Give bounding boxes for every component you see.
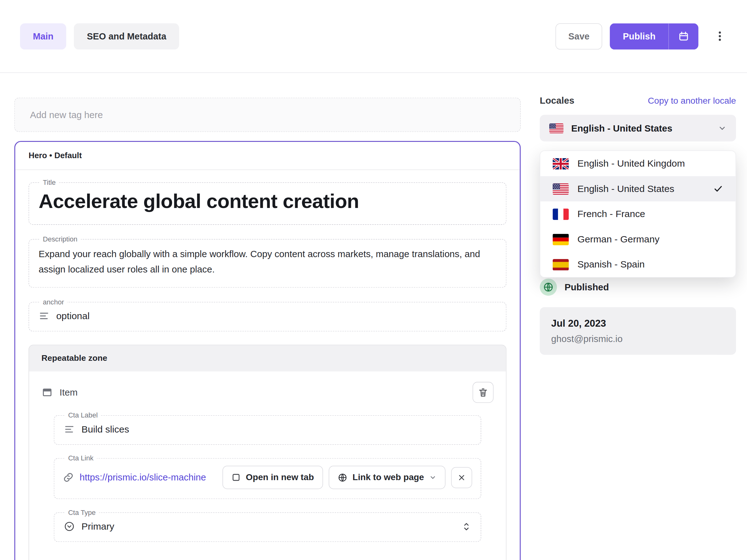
kebab-menu-icon [714, 30, 726, 43]
cta-label-field[interactable]: Cta Label Build slices [54, 411, 481, 445]
locales-label: Locales [540, 95, 574, 106]
save-button[interactable]: Save [556, 23, 602, 50]
locale-option-label: English - United Kingdom [577, 158, 685, 169]
published-globe-icon [540, 278, 557, 296]
cta-link-field[interactable]: Cta Link https://prismic.io/slice-machin… [54, 454, 481, 499]
chevron-down-icon [429, 474, 436, 481]
calendar-icon [678, 30, 689, 42]
add-tag-placeholder: Add new tag here [30, 109, 103, 120]
publish-date: Jul 20, 2023 [551, 318, 724, 329]
item-slice-icon [41, 387, 53, 398]
trash-icon [478, 387, 488, 397]
clear-link-button[interactable] [451, 467, 472, 488]
publish-status-label: Published [565, 282, 609, 293]
delete-item-button[interactable] [472, 382, 493, 403]
link-type-dropdown[interactable]: Link to web page [329, 466, 445, 489]
flag-france-icon [553, 208, 569, 219]
hero-slice-panel[interactable]: Hero • Default Title Accelerate global c… [15, 141, 521, 560]
title-field-value[interactable]: Accelerate global content creation [37, 188, 498, 218]
locales-sidebar: Locales Copy to another locale English -… [540, 73, 736, 355]
cta-type-field-label: Cta Type [65, 509, 99, 516]
flag-uk-icon [553, 158, 569, 169]
anchor-placeholder[interactable]: optional [56, 311, 89, 322]
document-tabs: Main SEO and Metadata [20, 23, 179, 50]
description-field-value[interactable]: Expand your reach globally with a simple… [37, 245, 498, 280]
text-align-icon [64, 424, 75, 435]
text-align-icon [38, 311, 50, 322]
item-fields: Cta Label Build slices C [54, 411, 481, 542]
anchor-field[interactable]: anchor optional [28, 298, 506, 331]
locale-select-value: English - United States [571, 123, 672, 134]
locale-option-english-uk[interactable]: English - United Kingdom [540, 151, 736, 176]
locale-dropdown-menu: English - United Kingdom English - Unite… [540, 150, 736, 277]
toolbar-actions: Save Publish [556, 23, 729, 50]
locale-select[interactable]: English - United States [540, 115, 736, 141]
publish-author: ghost@prismic.io [551, 333, 724, 344]
cta-link-url[interactable]: https://prismic.io/slice-machine [80, 472, 217, 483]
title-field-label: Title [40, 179, 59, 186]
tab-seo-and-metadata[interactable]: SEO and Metadata [74, 23, 179, 50]
schedule-publish-button[interactable] [668, 23, 698, 50]
description-field[interactable]: Description Expand your reach globally w… [28, 235, 506, 288]
locale-option-label: Spanish - Spain [577, 259, 645, 270]
publish-button-group: Publish [610, 23, 698, 50]
repeatable-zone-body: Item Cta Label [29, 371, 506, 560]
anchor-field-label: anchor [40, 298, 67, 306]
link-type-label: Link to web page [353, 473, 424, 482]
cta-label-value[interactable]: Build slices [81, 424, 129, 435]
open-in-new-tab-button[interactable]: Open in new tab [223, 466, 323, 489]
slice-header: Hero • Default [15, 142, 520, 170]
locale-option-french-france[interactable]: French - France [540, 202, 736, 227]
slice-body: Title Accelerate global content creation… [15, 170, 520, 560]
publish-status-row: Published [540, 278, 736, 296]
document-content: Add new tag here Hero • Default Title Ac… [15, 73, 521, 560]
chevron-down-icon [718, 124, 726, 132]
locale-option-label: French - France [577, 209, 645, 219]
open-in-new-tab-label: Open in new tab [246, 473, 314, 482]
flag-us-icon [549, 123, 564, 133]
locale-option-german-germany[interactable]: German - Germany [540, 227, 736, 252]
cta-type-value[interactable]: Primary [81, 521, 114, 532]
repeatable-zone-header: Repeatable zone [29, 345, 506, 372]
add-tag-input[interactable]: Add new tag here [15, 98, 521, 132]
more-options-button[interactable] [711, 27, 729, 46]
flag-germany-icon [553, 234, 569, 245]
locale-option-label: German - Germany [577, 234, 660, 245]
prismic-document-editor: Main SEO and Metadata Save Publish [0, 0, 747, 560]
cta-label-field-label: Cta Label [65, 411, 101, 419]
publish-button[interactable]: Publish [610, 23, 668, 50]
locale-option-label: English - United States [577, 183, 674, 194]
checkbox-icon [232, 473, 241, 482]
close-icon [458, 473, 466, 482]
circle-chevron-icon [64, 521, 75, 532]
top-toolbar: Main SEO and Metadata Save Publish [0, 0, 747, 73]
repeatable-item-row: Item [41, 382, 493, 403]
flag-spain-icon [553, 259, 569, 270]
flag-us-icon [553, 183, 569, 194]
copy-to-another-locale-link[interactable]: Copy to another locale [648, 96, 736, 106]
locale-option-spanish-spain[interactable]: Spanish - Spain [540, 252, 736, 277]
cta-link-field-label: Cta Link [65, 454, 97, 462]
cta-type-select-button[interactable] [462, 521, 471, 532]
check-icon [713, 184, 723, 194]
main-layout: Add new tag here Hero • Default Title Ac… [0, 73, 747, 560]
repeatable-zone: Repeatable zone Item [28, 345, 506, 560]
description-field-label: Description [40, 235, 81, 243]
updown-stepper-icon [462, 521, 471, 532]
publish-meta-card: Jul 20, 2023 ghost@prismic.io [540, 307, 736, 355]
item-label: Item [59, 387, 78, 398]
link-icon [63, 472, 74, 483]
tab-main[interactable]: Main [20, 23, 67, 50]
cta-type-field[interactable]: Cta Type Primary [54, 509, 481, 542]
title-field[interactable]: Title Accelerate global content creation [28, 179, 506, 224]
locale-option-english-us[interactable]: English - United States [540, 176, 736, 202]
globe-icon [338, 473, 347, 482]
